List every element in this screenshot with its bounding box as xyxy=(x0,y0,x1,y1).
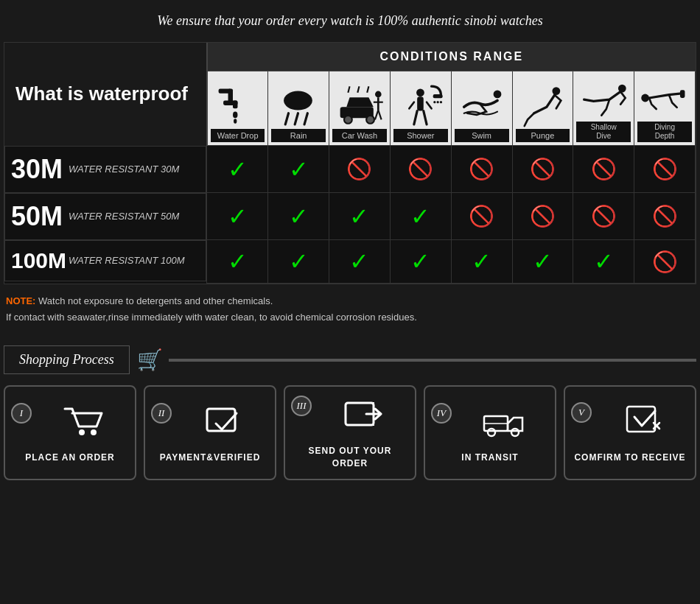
row-30m: 30M WATER RESISTANT 30M ✓ ✓ 🚫 🚫 🚫 🚫 🚫 🚫 xyxy=(4,146,696,193)
cart-icon-header: 🛒 xyxy=(137,348,163,372)
step-5-num: V xyxy=(571,402,592,423)
label-car-wash: Car Wash xyxy=(332,129,387,142)
payment-step-icon xyxy=(178,403,269,446)
sendout-step-icon xyxy=(318,396,409,439)
size-cell-50m: 50M WATER RESISTANT 50M xyxy=(4,193,206,240)
cell-50m-8: 🚫 xyxy=(634,193,696,240)
svg-point-5 xyxy=(234,119,237,124)
svg-line-20 xyxy=(378,110,381,120)
cell-50m-3: ✓ xyxy=(329,193,391,240)
cell-100m-8: 🚫 xyxy=(634,240,696,284)
cell-30m-7: 🚫 xyxy=(573,146,634,193)
condition-car-wash: Car Wash xyxy=(329,71,391,146)
svg-point-37 xyxy=(91,429,97,435)
label-shower: Shower xyxy=(393,129,448,142)
label-swim: Swim xyxy=(455,129,509,142)
step-2-header: II xyxy=(151,403,269,446)
svg-line-15 xyxy=(367,87,368,94)
size-30m: 30M xyxy=(11,154,63,185)
cell-100m-7: ✓ xyxy=(573,240,634,284)
cell-30m-8: 🚫 xyxy=(634,146,696,193)
cell-100m-3: ✓ xyxy=(329,240,391,284)
step-4-card: IV IN TRANSIT xyxy=(424,385,556,480)
svg-point-28 xyxy=(433,101,435,103)
waterproof-section: What is waterproof CONDITIONS RANGE xyxy=(4,42,696,284)
conditions-header: CONDITIONS RANGE xyxy=(207,43,696,71)
cell-50m-5: 🚫 xyxy=(451,193,512,240)
cell-50m-4: ✓ xyxy=(390,193,451,240)
cell-50m-2: ✓ xyxy=(268,193,329,240)
svg-rect-35 xyxy=(680,91,685,99)
condition-punge: Punge xyxy=(512,71,573,146)
svg-line-25 xyxy=(409,102,413,109)
steps-row: I PLACE AN ORDER II xyxy=(4,385,696,480)
svg-point-42 xyxy=(511,429,519,436)
label-diving-depth: DivingDepth xyxy=(637,122,692,142)
label-rain: Rain xyxy=(271,129,326,142)
svg-line-26 xyxy=(427,102,431,109)
svg-point-41 xyxy=(488,429,495,436)
note-line1: NOTE: Watch not exposure to detergents a… xyxy=(6,293,694,309)
svg-line-9 xyxy=(304,113,307,124)
transit-step-icon xyxy=(458,403,549,446)
svg-point-31 xyxy=(493,91,501,99)
svg-point-30 xyxy=(440,101,442,103)
step-2-num: II xyxy=(151,403,172,424)
svg-point-21 xyxy=(416,89,424,97)
svg-point-11 xyxy=(344,116,352,124)
cell-50m-1: ✓ xyxy=(207,193,268,240)
svg-line-8 xyxy=(295,113,298,124)
row-100m: 100M WATER RESISTANT 100M ✓ ✓ ✓ ✓ ✓ ✓ ✓ … xyxy=(4,240,696,284)
condition-shower: Shower xyxy=(390,71,451,146)
step-3-label: SEND OUT YOUR ORDER xyxy=(291,445,409,470)
note-section: NOTE: Watch not exposure to detergents a… xyxy=(0,284,700,334)
step-1-num: I xyxy=(11,403,32,424)
banner-text: We ensure that your order every watch is… xyxy=(157,13,542,28)
size-50m: 50M xyxy=(11,201,63,232)
row-50m: 50M WATER RESISTANT 50M ✓ ✓ ✓ ✓ 🚫 🚫 🚫 🚫 xyxy=(4,193,696,240)
cell-50m-6: 🚫 xyxy=(512,193,573,240)
step-2-label: PAYMENT&VERIFIED xyxy=(160,452,261,463)
size-cell-30m: 30M WATER RESISTANT 30M xyxy=(4,146,206,193)
svg-line-24 xyxy=(424,111,427,124)
cell-100m-2: ✓ xyxy=(268,240,329,284)
condition-diving-depth: DivingDepth xyxy=(634,71,696,146)
resistance-label-30m: WATER RESISTANT 30M xyxy=(69,164,179,175)
step-1-label: PLACE AN ORDER xyxy=(25,452,115,463)
shopping-title: Shopping Process xyxy=(4,345,130,374)
svg-point-12 xyxy=(366,116,374,124)
confirm-step-icon xyxy=(598,402,689,446)
step-5-header: V xyxy=(571,402,689,446)
top-banner: We ensure that your order every watch is… xyxy=(0,0,700,42)
condition-shallow-dive: ShallowDive xyxy=(573,71,634,146)
svg-rect-27 xyxy=(433,94,442,98)
step-4-header: IV xyxy=(431,403,549,446)
condition-swim: Swim xyxy=(451,71,512,146)
step-1-header: I xyxy=(11,403,129,446)
cell-100m-6: ✓ xyxy=(512,240,573,284)
resistance-label-50m: WATER RESISTANT 50M xyxy=(69,211,179,222)
svg-point-6 xyxy=(284,91,312,110)
label-punge: Punge xyxy=(516,129,570,142)
svg-point-29 xyxy=(436,101,438,103)
size-cell-100m: 100M WATER RESISTANT 100M xyxy=(4,240,206,281)
cell-30m-3: 🚫 xyxy=(329,146,391,193)
cell-30m-5: 🚫 xyxy=(451,146,512,193)
step-3-card: III SEND OUT YOUR ORDER xyxy=(284,385,416,480)
cell-50m-7: 🚫 xyxy=(573,193,634,240)
label-shallow-dive: ShallowDive xyxy=(576,122,631,142)
svg-rect-43 xyxy=(627,407,655,432)
waterproof-table: What is waterproof CONDITIONS RANGE xyxy=(4,43,696,284)
cell-30m-4: 🚫 xyxy=(390,146,451,193)
cell-30m-6: 🚫 xyxy=(512,146,573,193)
svg-point-36 xyxy=(79,429,85,435)
svg-line-14 xyxy=(357,87,359,94)
cell-100m-4: ✓ xyxy=(390,240,451,284)
condition-water-drop: Water Drop xyxy=(207,71,268,146)
shopping-section: Shopping Process 🛒 I PLACE AN ORDER xyxy=(0,345,700,480)
svg-line-13 xyxy=(348,87,349,94)
divider-line xyxy=(169,359,696,362)
condition-rain: Rain xyxy=(268,71,329,146)
step-5-card: V COMFIRM TO RECEIVE xyxy=(564,385,696,480)
svg-line-7 xyxy=(285,113,288,124)
